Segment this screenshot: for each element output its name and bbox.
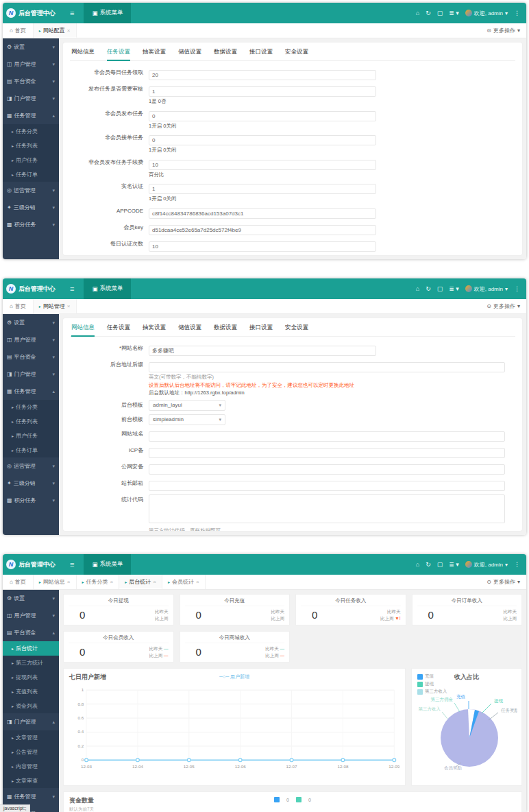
sidebar-subitem-充值列表[interactable]: ▸充值列表 [3,684,59,699]
close-icon[interactable]: × [67,579,71,585]
breadcrumb-home[interactable]: ⌂首页 [3,299,34,313]
input-APPCODE[interactable] [149,208,376,219]
home-icon[interactable]: ⌂ [416,10,419,16]
sidebar-subitem-后台统计[interactable]: ▸后台统计 [3,641,59,656]
page-tab[interactable]: ▸网站配置× [34,23,77,38]
more-actions-button[interactable]: ⊙更多操作▾ [487,578,520,586]
tab-储值设置[interactable]: 储值设置 [178,48,201,56]
close-icon[interactable]: × [67,27,71,34]
input-公网安备[interactable] [149,464,505,475]
input-非会员发布任务手续费[interactable] [149,160,376,170]
tab-安全设置[interactable]: 安全设置 [285,48,308,56]
tab-安全设置[interactable]: 安全设置 [285,324,308,332]
sidebar-subitem-任务分类[interactable]: ▸任务分类 [3,124,59,139]
close-icon[interactable]: × [196,579,199,585]
breadcrumb-home[interactable]: ⌂首页 [3,23,34,38]
sidebar-item-设置[interactable]: ⚙设置▾ [3,590,59,607]
input-非会员接单任务[interactable] [149,135,376,145]
tab-任务设置[interactable]: 任务设置 [107,48,130,56]
sidebar-item-平台资金[interactable]: ▤平台资金▾ [3,73,59,90]
sidebar-subitem-公告管理[interactable]: ▸公告管理 [3,745,59,759]
input-非会员每日任务领取[interactable] [149,70,376,80]
tab-网站信息[interactable]: 网站信息 [71,324,95,332]
sidebar-item-门户管理[interactable]: ◨门户管理▾ [3,90,59,107]
sidebar-item-积分任务[interactable]: ▩积分任务▾ [3,216,59,233]
sidebar-subitem-用户任务[interactable]: ▸用户任务 [3,153,59,167]
input-实名认证[interactable] [149,184,376,194]
sidebar-subitem-文章审查[interactable]: ▸文章审查 [3,774,59,788]
refresh-icon[interactable]: ↻ [426,561,431,568]
page-tab[interactable]: ▸网站管理× [34,299,77,313]
input-*网站名称[interactable] [149,346,376,356]
close-icon[interactable]: × [153,579,156,585]
hamburger-icon[interactable]: ≡ [70,285,74,293]
sidebar-subitem-任务列表[interactable]: ▸任务列表 [3,139,59,153]
sidebar-item-运营管理[interactable]: ◎运营管理▾ [3,457,59,475]
sidebar-item-平台资金[interactable]: ▤平台资金▾ [3,348,59,366]
tab-接口设置[interactable]: 接口设置 [249,48,273,56]
layout-menu-icon[interactable]: ≣ ▾ [449,10,459,16]
home-icon[interactable]: ⌂ [416,561,419,568]
nav-tab-system-menu[interactable]: ▣系统菜单 [84,554,131,575]
sidebar-item-三级分销[interactable]: ✦三级分销▾ [3,475,59,492]
tab-任务设置[interactable]: 任务设置 [107,324,130,332]
fullscreen-icon[interactable]: ▢ [437,10,443,16]
user-menu[interactable]: 欢迎, admin▾ [465,10,508,17]
hamburger-icon[interactable]: ≡ [70,9,74,17]
close-icon[interactable]: × [67,303,71,309]
nav-tab-system-menu[interactable]: ▣系统菜单 [84,278,131,299]
sidebar-subitem-提现列表[interactable]: ▸提现列表 [3,670,59,684]
page-tab[interactable]: ▸会员统计× [162,575,206,589]
tab-网站信息[interactable]: 网站信息 [71,48,95,56]
textarea-统计代码[interactable] [149,494,505,523]
sidebar-item-任务管理[interactable]: ▦任务管理▴ [3,383,59,400]
input-站长邮箱[interactable] [149,481,505,491]
page-tab[interactable]: ▸任务分类× [77,575,120,589]
sidebar-item-任务管理[interactable]: ▦任务管理▾ [3,788,59,805]
layout-menu-icon[interactable]: ≣ ▾ [449,561,459,568]
hamburger-icon[interactable]: ≡ [70,560,74,569]
sidebar-item-运营管理[interactable]: ◎运营管理▾ [3,182,59,199]
more-vertical-icon[interactable]: ⋮ [514,561,520,568]
sidebar-subitem-用户任务[interactable]: ▸用户任务 [3,429,59,443]
sidebar-subitem-第三方统计[interactable]: ▸第三方统计 [3,656,59,670]
user-menu[interactable]: 欢迎, admin▾ [465,285,508,293]
sidebar-subitem-资金列表[interactable]: ▸资金列表 [3,699,59,713]
input-发布任务是否需要审核[interactable] [149,86,376,97]
sidebar-subitem-文章管理[interactable]: ▸文章管理 [3,730,59,745]
more-vertical-icon[interactable]: ⋮ [514,10,520,16]
refresh-icon[interactable]: ↻ [426,10,431,16]
breadcrumb-home[interactable]: ⌂首页 [3,575,34,589]
page-tab[interactable]: ▸网站信息× [34,575,77,589]
tab-抽奖设置[interactable]: 抽奖设置 [143,324,166,332]
sidebar-item-任务管理[interactable]: ▦任务管理▴ [3,107,59,124]
sidebar-item-门户管理[interactable]: ◨门户管理▴ [3,713,59,730]
sidebar-item-用户管理[interactable]: ◫用户管理▾ [3,56,59,73]
select-后台模板[interactable]: admin_layui▾ [149,400,225,411]
input-每日认证次数[interactable] [149,241,376,252]
tab-抽奖设置[interactable]: 抽奖设置 [143,48,166,56]
sidebar-item-平台资金[interactable]: ▤平台资金▴ [3,624,59,641]
sidebar-item-用户管理[interactable]: ◫用户管理▾ [3,607,59,624]
sidebar-subitem-任务列表[interactable]: ▸任务列表 [3,414,59,429]
tab-接口设置[interactable]: 接口设置 [249,324,273,332]
sidebar-subitem-任务分类[interactable]: ▸任务分类 [3,400,59,414]
layout-menu-icon[interactable]: ≣ ▾ [449,285,459,292]
nav-tab-system-menu[interactable]: ▣系统菜单 [84,3,131,23]
sidebar-subitem-任务订单[interactable]: ▸任务订单 [3,167,59,182]
sidebar-item-门户管理[interactable]: ◨门户管理▾ [3,366,59,383]
tab-数据设置[interactable]: 数据设置 [214,324,237,332]
select-前台模板[interactable]: simpleadmin▾ [149,414,225,425]
fullscreen-icon[interactable]: ▢ [437,285,443,292]
sidebar-item-用户管理[interactable]: ◫用户管理▾ [3,331,59,348]
fullscreen-icon[interactable]: ▢ [437,561,443,568]
sidebar-item-积分任务[interactable]: ▩积分任务▾ [3,492,59,509]
sidebar-item-设置[interactable]: ⚙设置▾ [3,314,59,331]
page-tab[interactable]: ▸后台统计× [119,575,162,589]
sidebar-subitem-内容管理[interactable]: ▸内容管理 [3,759,59,774]
more-actions-button[interactable]: ⊙更多操作▾ [487,302,520,310]
home-icon[interactable]: ⌂ [416,285,419,292]
tab-储值设置[interactable]: 储值设置 [178,324,201,332]
sidebar-subitem-任务订单[interactable]: ▸任务订单 [3,443,59,457]
input-ICP备[interactable] [149,448,505,458]
